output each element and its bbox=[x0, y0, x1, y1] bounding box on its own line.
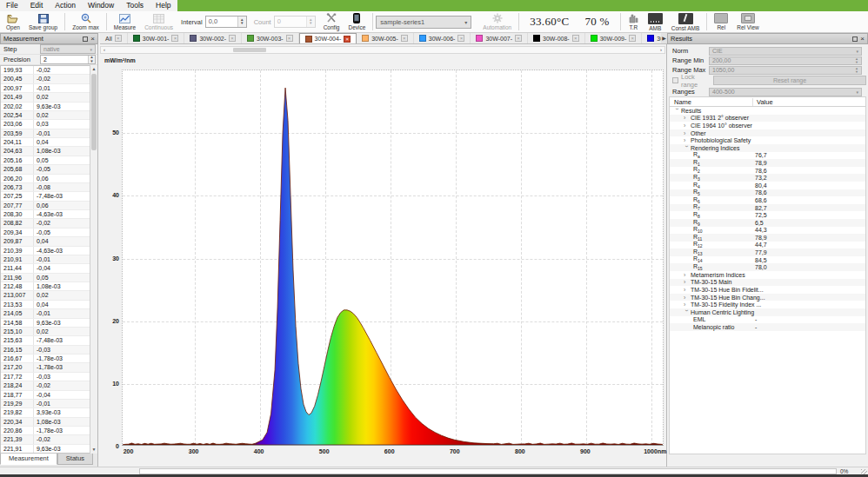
scroll-left-icon[interactable]: ‹ bbox=[101, 47, 108, 53]
table-row[interactable]: 221,39-0,02 bbox=[1, 435, 90, 444]
table-row[interactable]: 219,29-0,01 bbox=[1, 400, 90, 408]
tr-button[interactable]: T.R bbox=[624, 11, 644, 32]
step-select[interactable]: native ▾ bbox=[40, 44, 96, 54]
precision-spin-arrows[interactable]: ▲▼ bbox=[88, 56, 95, 63]
table-row[interactable]: 211,960,05 bbox=[1, 274, 90, 282]
table-row[interactable]: 200,45-0,02 bbox=[1, 75, 90, 83]
continuous-button[interactable]: Continuous bbox=[140, 11, 177, 32]
table-row[interactable]: 214,05-0,01 bbox=[1, 309, 90, 318]
table-row[interactable]: 220,86-1,78e-03 bbox=[1, 427, 90, 435]
table-row[interactable]: 214,589,63e-03 bbox=[1, 319, 90, 328]
table-row[interactable]: 206,73-0,08 bbox=[1, 183, 90, 192]
series-tab-30w005[interactable]: 30W-005-× bbox=[357, 33, 414, 43]
const-amb-button[interactable]: Const AMB bbox=[667, 11, 704, 32]
open-button[interactable]: Open bbox=[2, 11, 24, 32]
chevron-collapsed-icon[interactable]: › bbox=[684, 272, 691, 278]
table-row[interactable]: 217,72-0,03 bbox=[1, 373, 90, 381]
series-tab-30w010[interactable]: 30W-010-× bbox=[642, 33, 661, 43]
table-row[interactable]: 220,341,08e-03 bbox=[1, 418, 90, 427]
menu-edit[interactable]: Edit bbox=[24, 0, 50, 11]
ranges-select[interactable]: 400-500 ▾ bbox=[709, 88, 862, 96]
sample-series-select[interactable]: sample-series1 ▾ bbox=[376, 16, 471, 29]
chevron-collapsed-icon[interactable]: › bbox=[684, 123, 691, 129]
series-close-checkbox[interactable]: × bbox=[401, 35, 408, 42]
series-tab-30w009[interactable]: 30W-009-× bbox=[585, 33, 643, 43]
range-min-spinbox[interactable]: 200,00 ▲▼ bbox=[709, 56, 862, 65]
spin-arrows-icon[interactable]: ▲▼ bbox=[855, 57, 858, 64]
spin-arrows-icon[interactable]: ▲▼ bbox=[855, 67, 858, 74]
series-close-checkbox[interactable]: × bbox=[286, 35, 293, 42]
spectrum-plot[interactable]: 01020304050 bbox=[122, 70, 664, 446]
table-row[interactable]: 218,77-0,04 bbox=[1, 391, 90, 400]
table-row[interactable]: 215,63-7,48e-03 bbox=[1, 336, 90, 345]
device-button[interactable]: Device bbox=[344, 11, 370, 32]
table-row[interactable]: 212,481,08e-03 bbox=[1, 282, 90, 291]
rel-button[interactable]: Rel bbox=[710, 11, 732, 32]
table-row[interactable]: 210,39-4,63e-03 bbox=[1, 247, 90, 255]
series-close-checkbox[interactable]: × bbox=[115, 35, 122, 42]
table-row[interactable]: 201,490,02 bbox=[1, 93, 90, 102]
scroll-down-icon[interactable]: ▼ bbox=[90, 446, 97, 454]
series-tab-30w007[interactable]: 30W-007-× bbox=[471, 33, 528, 43]
float-panel-icon[interactable] bbox=[852, 36, 858, 42]
table-row[interactable]: 202,540,02 bbox=[1, 111, 90, 120]
series-tab-all[interactable]: All× bbox=[100, 33, 128, 43]
table-row[interactable]: 215,100,02 bbox=[1, 328, 90, 336]
measure-button[interactable]: Measure bbox=[110, 11, 140, 32]
interval-spin-arrows[interactable]: ▲▼ bbox=[237, 17, 246, 27]
table-row[interactable]: 203,59-0,01 bbox=[1, 129, 90, 138]
lock-range-checkbox[interactable] bbox=[672, 77, 678, 83]
interval-spinbox[interactable]: 0,0 ▲▼ bbox=[205, 16, 247, 28]
chevron-collapsed-icon[interactable]: › bbox=[684, 137, 691, 143]
chevron-collapsed-icon[interactable]: › bbox=[684, 115, 691, 121]
table-row[interactable]: 208,30-4,63e-03 bbox=[1, 210, 90, 219]
series-tab-30w002[interactable]: 30W-002-× bbox=[184, 33, 242, 43]
norm-select[interactable]: CIE ▾ bbox=[709, 47, 862, 56]
tree-branch-row[interactable]: ›TM-30-15 Hue Bin Chang... bbox=[670, 294, 865, 301]
table-row[interactable]: 218,24-0,02 bbox=[1, 381, 90, 390]
spin-down-icon[interactable]: ▼ bbox=[238, 22, 246, 26]
table-row[interactable]: 216,15-0,03 bbox=[1, 346, 90, 354]
table-row[interactable]: 202,029,63e-03 bbox=[1, 103, 90, 111]
table-row[interactable]: 211,44-0,04 bbox=[1, 264, 90, 273]
table-row[interactable]: 207,770,06 bbox=[1, 202, 90, 210]
table-row[interactable]: 204,110,04 bbox=[1, 138, 90, 147]
tree-leaf-row[interactable]: Melanopic ratio- bbox=[670, 323, 865, 331]
automation-button[interactable]: Automation bbox=[478, 11, 516, 32]
menu-file[interactable]: File bbox=[0, 0, 24, 11]
series-close-checkbox[interactable]: × bbox=[457, 35, 464, 42]
table-row[interactable]: 209,34-0,05 bbox=[1, 229, 90, 237]
table-row[interactable]: 207,25-7,48e-03 bbox=[1, 192, 90, 201]
series-tab-30w004[interactable]: 30W-004-× bbox=[299, 33, 357, 43]
count-value[interactable]: 0 bbox=[275, 17, 306, 27]
measurement-table-scrollbar[interactable]: ▲ ▼ bbox=[90, 65, 97, 454]
spin-down-icon[interactable]: ▼ bbox=[89, 60, 95, 64]
tree-branch-row[interactable]: ›TM-30-15 Main bbox=[670, 279, 865, 287]
menu-help[interactable]: Help bbox=[150, 0, 177, 11]
count-spinbox[interactable]: 0 ▲▼ bbox=[274, 16, 316, 28]
amb-button[interactable]: AMB bbox=[644, 11, 667, 32]
tree-branch-row[interactable]: ›Photobiological Safety bbox=[670, 136, 865, 144]
chart-horizontal-scrollbar[interactable]: ‹ › bbox=[100, 46, 665, 54]
table-row[interactable]: 199,93-0,02 bbox=[1, 66, 90, 75]
table-row[interactable]: 221,919,63e-03 bbox=[1, 445, 90, 454]
chevron-collapsed-icon[interactable]: › bbox=[684, 130, 691, 136]
table-row[interactable]: 213,0070,02 bbox=[1, 291, 90, 300]
config-button[interactable]: Config bbox=[319, 11, 344, 32]
series-close-checkbox[interactable]: × bbox=[229, 35, 236, 42]
table-row[interactable]: 200,97-0,01 bbox=[1, 84, 90, 93]
value-column-header[interactable]: Value bbox=[753, 98, 773, 106]
series-tab-30w003[interactable]: 30W-003-× bbox=[242, 33, 299, 43]
series-tab-30w006[interactable]: 30W-006-× bbox=[414, 33, 471, 43]
menu-action[interactable]: Action bbox=[49, 0, 82, 11]
precision-spinbox[interactable]: 2 ▲▼ bbox=[40, 55, 96, 64]
tab-status[interactable]: Status bbox=[57, 454, 93, 465]
table-row[interactable]: 206,200,06 bbox=[1, 175, 90, 183]
series-close-checkbox[interactable]: × bbox=[629, 35, 636, 42]
tree-branch-row[interactable]: ›CIE 1931 2° observer bbox=[670, 115, 865, 123]
chevron-collapsed-icon[interactable]: › bbox=[684, 301, 691, 308]
save-group-button[interactable]: Save group bbox=[24, 11, 62, 32]
tree-leaf-row[interactable]: R1578,0 bbox=[670, 263, 865, 271]
tab-measurement[interactable]: Measurement bbox=[0, 454, 57, 465]
table-row[interactable]: 204,631,08e-03 bbox=[1, 147, 90, 156]
